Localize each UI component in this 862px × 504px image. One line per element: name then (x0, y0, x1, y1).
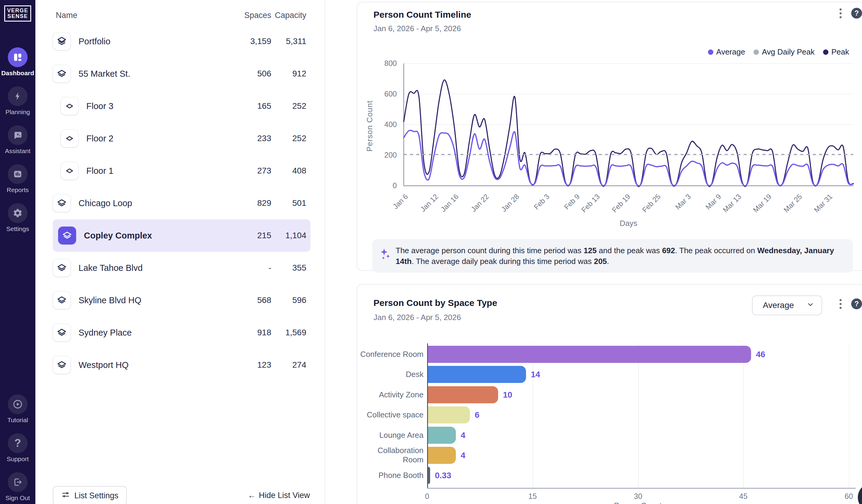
sidebar-item-settings[interactable]: Settings (1, 203, 34, 233)
sidebar-item-label: Reports (6, 186, 29, 194)
row-name: Floor 2 (86, 134, 113, 144)
legend-item-average[interactable]: Average (708, 47, 745, 57)
bar-phone-booth[interactable] (428, 467, 430, 484)
layers-2-icon (58, 227, 76, 244)
y-axis-tick: 200 (373, 151, 397, 159)
column-header-capacity[interactable]: Capacity (261, 11, 306, 20)
person-count-by-space-type-card: Person Count by Space Type Jan 6, 2026 -… (357, 284, 862, 504)
table-row[interactable]: Copley Complex2151,104 (53, 219, 311, 252)
x-axis-tick: Feb 9 (556, 193, 582, 218)
row-spaces: 568 (257, 295, 271, 305)
legend-item-avg-daily-peak[interactable]: Avg Daily Peak (754, 47, 815, 57)
row-capacity: 1,569 (285, 328, 306, 337)
row-spaces: 215 (257, 231, 271, 240)
timeline-line-chart[interactable] (400, 60, 859, 195)
bar-x-tick: 0 (417, 492, 437, 501)
logo-line-2: SENSE (7, 13, 28, 19)
sidebar-item-sign-out[interactable]: Sign Out (5, 472, 30, 502)
table-row[interactable]: Westport HQ123274 (53, 349, 311, 381)
bar-gridline (849, 343, 849, 488)
row-spaces: - (269, 263, 271, 273)
table-row[interactable]: Floor 3165252 (53, 90, 311, 122)
x-axis-tick: Feb 25 (637, 193, 662, 218)
legend-dot (708, 50, 713, 55)
table-row[interactable]: Chicago Loop829501 (53, 187, 311, 219)
sidebar-item-planning[interactable]: Planning (1, 86, 34, 116)
bar-conference-room[interactable] (428, 346, 751, 363)
table-row[interactable]: Skyline Blvd HQ568596 (53, 284, 311, 316)
table-row[interactable]: 55 Market St.506912 (53, 57, 311, 90)
bar-category-label: Collective space (359, 406, 423, 424)
dashboard-icon (8, 47, 28, 67)
bar-x-tick: 60 (838, 492, 859, 501)
vergesense-logo[interactable]: VERGE SENSE (4, 5, 31, 22)
sidebar-item-reports[interactable]: Reports (1, 164, 34, 194)
row-name: Skyline Blvd HQ (79, 295, 142, 305)
x-axis-tick: Mar 3 (667, 193, 693, 218)
bar-collaboration-room[interactable] (428, 447, 456, 464)
row-capacity: 252 (292, 101, 306, 111)
layers-2-icon (53, 323, 71, 342)
x-axis-tick: Feb 3 (526, 193, 551, 218)
table-row[interactable]: Floor 1273408 (53, 155, 311, 187)
bar-x-tick: 45 (733, 492, 754, 501)
bar-collective-space[interactable] (428, 406, 470, 423)
layers-3-icon (53, 32, 71, 50)
bar-value-label: 6 (475, 410, 480, 420)
sidebar-item-support[interactable]: ?Support (6, 433, 29, 463)
floor-diamond-icon (61, 162, 79, 180)
bar-x-tick: 30 (628, 492, 649, 501)
row-capacity: 5,311 (286, 37, 306, 46)
sidebar-item-dashboard[interactable]: Dashboard (1, 47, 34, 77)
layers-2-icon (53, 291, 71, 309)
sliders-icon (61, 490, 70, 501)
sidebar-item-label: Dashboard (1, 69, 34, 77)
legend-item-peak[interactable]: Peak (823, 47, 849, 57)
list-settings-label: List Settings (74, 491, 118, 500)
row-spaces: 165 (257, 101, 271, 111)
timeline-help-icon[interactable]: ? (851, 8, 862, 18)
settings-gear-icon (8, 203, 28, 223)
bar-desk[interactable] (428, 366, 526, 383)
timeline-card-title: Person Count Timeline (374, 10, 471, 20)
sidebar-item-tutorial[interactable]: Tutorial (7, 394, 28, 424)
bar-x-axis (427, 488, 856, 489)
table-row[interactable]: Floor 2233252 (53, 122, 311, 155)
timeline-date-range: Jan 6, 2026 - Apr 5, 2026 (374, 24, 461, 33)
sign-out-icon (8, 472, 28, 492)
sidebar: VERGE SENSE DashboardPlanningAssistantRe… (0, 0, 35, 504)
row-spaces: 918 (257, 328, 271, 337)
bar-lounge-area[interactable] (428, 427, 456, 444)
tutorial-play-icon (8, 394, 28, 414)
table-row[interactable]: Lake Tahoe Blvd-355 (53, 252, 311, 284)
floor-diamond-icon (61, 130, 79, 147)
bar-category-label: Activity Zone (359, 385, 423, 404)
row-capacity: 596 (292, 295, 306, 305)
sidebar-item-assistant[interactable]: Assistant (1, 125, 34, 155)
timeline-ai-summary: The average person count during this tim… (372, 239, 853, 273)
logo-line-1: VERGE (7, 8, 28, 13)
timeline-kebab-menu-icon[interactable] (836, 9, 845, 18)
space-type-bar-chart: Conference Room46Desk14Activity Zone10Co… (357, 285, 862, 504)
x-axis-tick: Jan 28 (495, 193, 521, 218)
hide-list-view-link[interactable]: ← Hide List View (248, 491, 310, 500)
table-row[interactable]: Sydney Place9181,569 (53, 316, 311, 349)
bar-category-label: Collaboration Room (359, 446, 423, 464)
bar-value-label: 4 (461, 430, 466, 440)
left-arrow-icon: ← (248, 491, 256, 500)
row-capacity: 408 (292, 166, 306, 176)
table-row[interactable]: Portfolio3,1595,311 (53, 25, 311, 57)
list-settings-button[interactable]: List Settings (53, 486, 127, 504)
column-header-name[interactable]: Name (56, 11, 77, 20)
location-rows: Portfolio3,1595,31155 Market St.506912Fl… (53, 25, 311, 381)
legend-label: Peak (832, 47, 849, 57)
legend-label: Average (716, 47, 745, 57)
bar-activity-zone[interactable] (428, 386, 498, 403)
row-name: 55 Market St. (79, 69, 130, 79)
row-name: Chicago Loop (79, 198, 132, 208)
x-axis-tick: Mar 31 (809, 193, 834, 218)
bar-y-axis (427, 343, 428, 488)
bar-x-tick: 15 (522, 492, 543, 501)
row-spaces: 506 (257, 69, 271, 79)
assistant-chat-icon (8, 125, 28, 145)
